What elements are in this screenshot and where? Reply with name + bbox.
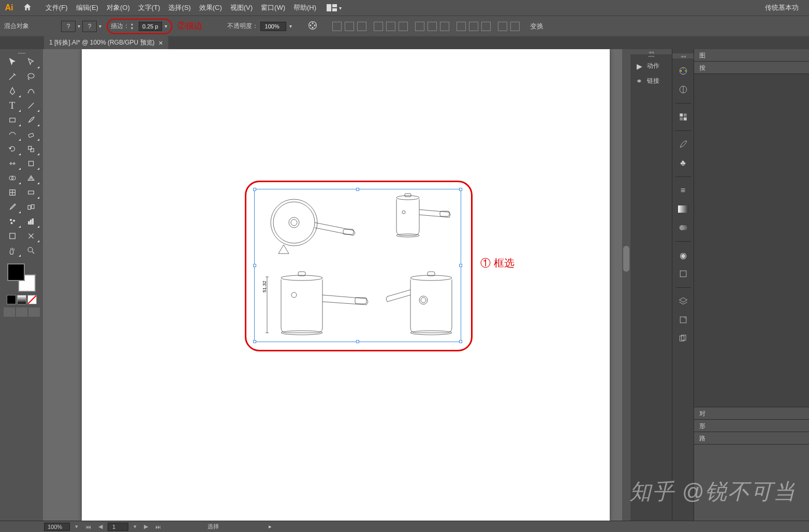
distribute-right-icon[interactable] — [481, 22, 491, 31]
align-bottom-icon[interactable] — [399, 22, 408, 31]
transparency-panel-icon[interactable] — [677, 221, 689, 234]
vertical-scrollbar[interactable] — [622, 49, 630, 521]
eraser-tool[interactable] — [22, 128, 40, 141]
swatch-none[interactable] — [27, 295, 37, 304]
scrollbar-thumb[interactable] — [623, 246, 629, 272]
column-graph-tool[interactable] — [22, 215, 40, 228]
distribute-h-center-icon[interactable] — [469, 22, 478, 31]
line-tool[interactable] — [22, 99, 40, 112]
handle-top-left[interactable] — [253, 188, 256, 191]
opacity-value-input[interactable]: 100% — [260, 22, 286, 31]
lasso-tool[interactable] — [22, 70, 40, 83]
menu-object[interactable]: 对象(O) — [102, 3, 134, 12]
rectangle-tool[interactable] — [4, 113, 21, 127]
menu-effect[interactable]: 效果(C) — [195, 3, 226, 12]
distribute-v-center-icon[interactable] — [428, 22, 437, 31]
mesh-tool[interactable] — [4, 186, 21, 199]
menu-edit[interactable]: 编辑(E) — [72, 3, 102, 12]
panel-actions[interactable]: ▶动作 — [630, 58, 672, 73]
menu-type[interactable]: 文字(T) — [134, 3, 165, 12]
document-tab[interactable]: 1 [转换].AI* @ 100% (RGB/GPU 预览) × — [44, 36, 168, 49]
canvas-area[interactable]: ① 框选 — [43, 49, 630, 521]
swatch-color[interactable] — [7, 295, 16, 304]
menu-help[interactable]: 帮助(H) — [289, 3, 320, 12]
panel-grip[interactable] — [630, 54, 672, 58]
distribute-top-icon[interactable] — [415, 22, 424, 31]
swatches-panel-icon[interactable] — [677, 111, 689, 123]
swatch-gradient[interactable] — [17, 295, 26, 304]
scale-tool[interactable] — [22, 142, 40, 156]
symbol-sprayer-tool[interactable] — [4, 215, 21, 228]
fill-swatch[interactable]: ? — [61, 21, 76, 32]
fill-color[interactable] — [7, 263, 25, 281]
perspective-grid-tool[interactable] — [22, 171, 40, 185]
draw-inside-icon[interactable] — [28, 307, 40, 317]
menu-file[interactable]: 文件(F) — [41, 3, 72, 12]
graphic-styles-panel-icon[interactable] — [677, 268, 689, 280]
gradient-panel-icon[interactable] — [677, 203, 689, 215]
recolor-icon[interactable] — [307, 20, 318, 32]
width-tool[interactable] — [4, 157, 21, 170]
align-center-h-icon[interactable] — [345, 22, 354, 31]
menu-window[interactable]: 窗口(W) — [257, 3, 289, 12]
magic-wand-tool[interactable] — [4, 70, 21, 83]
type-tool[interactable]: T — [4, 99, 21, 112]
layers-panel-icon[interactable] — [677, 295, 689, 307]
first-page-icon[interactable]: ⏮ — [83, 524, 93, 530]
handle-mid-left[interactable] — [253, 264, 256, 267]
appearance-panel-icon[interactable]: ◉ — [677, 249, 689, 261]
blend-tool[interactable] — [22, 200, 40, 214]
align-right-icon[interactable] — [357, 22, 366, 31]
shape-builder-tool[interactable] — [4, 171, 21, 185]
chevron-down-icon[interactable]: ▾ — [288, 23, 293, 29]
color-panel-icon[interactable] — [677, 65, 689, 77]
panel-collapse-icon[interactable]: ◂◂ — [672, 53, 694, 58]
asset-export-icon[interactable] — [677, 314, 689, 326]
color-guide-icon[interactable] — [677, 83, 689, 96]
chevron-down-icon[interactable]: ▾ — [98, 23, 102, 29]
fill-stroke-control[interactable] — [7, 263, 36, 292]
eyedropper-tool[interactable] — [4, 200, 21, 214]
menu-view[interactable]: 视图(V) — [226, 3, 257, 12]
arrange-documents-button[interactable]: ▾ — [327, 4, 342, 11]
panel-tab[interactable]: 按 — [694, 62, 711, 73]
shaper-tool[interactable] — [4, 128, 21, 141]
distribute-spacing-v-icon[interactable] — [498, 22, 507, 31]
brushes-panel-icon[interactable] — [677, 138, 689, 151]
artboards-panel-icon[interactable] — [677, 332, 689, 345]
chevron-down-icon[interactable]: ▾ — [164, 23, 168, 29]
panel-links[interactable]: ⚭链接 — [630, 73, 672, 88]
stroke-swatch[interactable]: ? — [82, 21, 97, 32]
chevron-down-icon[interactable]: ▾ — [131, 523, 139, 530]
close-tab-icon[interactable]: × — [159, 39, 163, 47]
next-page-icon[interactable]: ▶ — [142, 523, 150, 530]
transform-button[interactable]: 变换 — [530, 22, 543, 31]
selection-tool[interactable] — [4, 55, 21, 69]
panel-tab[interactable]: 图 — [694, 49, 711, 61]
panel-tab[interactable]: 路 — [694, 432, 711, 444]
paintbrush-tool[interactable] — [22, 113, 40, 127]
direct-selection-tool[interactable] — [22, 55, 40, 69]
last-page-icon[interactable]: ⏭ — [153, 524, 163, 530]
free-transform-tool[interactable] — [22, 157, 40, 170]
workspace-switcher[interactable]: 传统基本功 — [765, 3, 809, 12]
zoom-input[interactable]: 100% — [44, 523, 70, 531]
slice-tool[interactable] — [22, 229, 40, 243]
handle-top-mid[interactable] — [356, 188, 359, 191]
panel-tab[interactable]: 对 — [694, 407, 711, 419]
distribute-left-icon[interactable] — [457, 22, 466, 31]
panel-grip[interactable] — [18, 51, 25, 55]
rotate-tool[interactable] — [4, 142, 21, 156]
stroke-stepper[interactable]: ▴▾ — [131, 21, 137, 32]
panel-collapse-icon[interactable]: ◂◂ — [630, 49, 672, 54]
stroke-value-input[interactable]: 0.25 p — [139, 22, 162, 31]
gradient-tool[interactable] — [22, 186, 40, 199]
handle-bottom-left[interactable] — [253, 340, 256, 343]
zoom-tool[interactable] — [22, 244, 40, 257]
symbols-panel-icon[interactable]: ♣ — [677, 157, 689, 169]
distribute-bottom-icon[interactable] — [440, 22, 449, 31]
align-middle-v-icon[interactable] — [386, 22, 395, 31]
home-icon[interactable] — [18, 3, 36, 13]
hand-tool[interactable] — [4, 244, 21, 257]
draw-behind-icon[interactable] — [16, 307, 27, 317]
